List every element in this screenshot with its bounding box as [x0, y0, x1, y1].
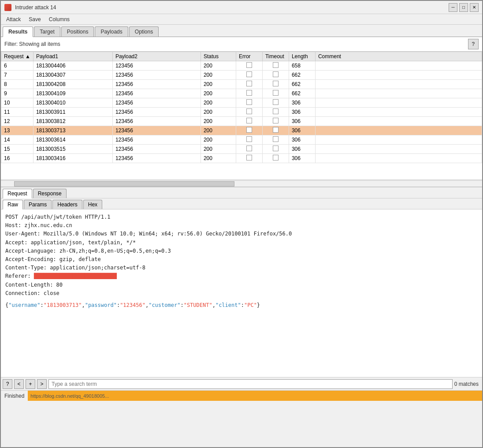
tab-positions[interactable]: Positions [61, 26, 94, 37]
cell-payload1: 1813004109 [33, 89, 112, 98]
cell-error[interactable] [236, 108, 262, 117]
menu-save[interactable]: Save [25, 15, 44, 23]
filter-bar: Filter: Showing all items ? [1, 37, 482, 52]
table-row[interactable]: 91813004109123456200662 [1, 89, 482, 98]
key-customer: "customer" [149, 302, 180, 308]
minimize-button[interactable]: ─ [449, 3, 457, 12]
col-length[interactable]: Length [289, 52, 315, 61]
cell-timeout[interactable] [262, 117, 289, 126]
cell-length: 662 [289, 71, 315, 80]
cell-comment [315, 98, 482, 108]
tab-results[interactable]: Results [3, 26, 33, 37]
cell-timeout[interactable] [262, 80, 289, 89]
table-row[interactable]: 131813003713123456200306 [1, 126, 482, 135]
table-row[interactable]: 81813004208123456200662 [1, 80, 482, 89]
cell-comment [315, 145, 482, 154]
cell-error[interactable] [236, 126, 262, 135]
tab-payloads[interactable]: Payloads [95, 26, 128, 37]
cell-timeout[interactable] [262, 89, 289, 98]
app-icon [4, 4, 11, 11]
table-row[interactable]: 161813003416123456200306 [1, 154, 482, 163]
connection-line: Connection: close [5, 289, 478, 298]
cell-timeout[interactable] [262, 61, 289, 71]
col-status[interactable]: Status [201, 52, 236, 61]
cell-timeout[interactable] [262, 71, 289, 80]
cell-timeout[interactable] [262, 108, 289, 117]
col-timeout[interactable]: Timeout [262, 52, 289, 61]
col-request[interactable]: Request ▲ [1, 52, 33, 61]
tab-response[interactable]: Response [33, 189, 67, 198]
col-error[interactable]: Error [236, 52, 262, 61]
close-button[interactable]: ✕ [470, 3, 479, 12]
table-row[interactable]: 61813004406123456200658 [1, 61, 482, 71]
cell-error[interactable] [236, 71, 262, 80]
cell-comment [315, 71, 482, 80]
table-row[interactable]: 141813003614123456200306 [1, 135, 482, 145]
menu-columns[interactable]: Columns [45, 15, 73, 23]
cell-error[interactable] [236, 145, 262, 154]
menu-attack[interactable]: Attack [3, 15, 24, 23]
status-bar: Finished https://blog.csdn.net/qq_490180… [1, 390, 482, 401]
sub-tab-bar: Raw Params Headers Hex [1, 198, 482, 209]
col-payload1[interactable]: Payload1 [33, 52, 112, 61]
cell-payload2: 123456 [112, 154, 201, 163]
prev-button[interactable]: < [14, 379, 24, 389]
cell-error[interactable] [236, 117, 262, 126]
host-line: Host: zjhx.nuc.edu.cn [5, 221, 478, 230]
cell-error[interactable] [236, 89, 262, 98]
tab-options[interactable]: Options [129, 26, 159, 37]
cell-status: 200 [201, 108, 236, 117]
sub-tab-params[interactable]: Params [24, 200, 52, 209]
cell-payload1: 1813003416 [33, 154, 112, 163]
cell-payload2: 123456 [112, 117, 201, 126]
cell-request: 15 [1, 145, 33, 154]
sub-tab-raw[interactable]: Raw [3, 200, 23, 209]
horizontal-scrollbar[interactable] [1, 179, 482, 187]
cell-payload2: 123456 [112, 98, 201, 108]
cell-timeout[interactable] [262, 126, 289, 135]
tab-request[interactable]: Request [3, 189, 32, 198]
cell-payload1: 1813004010 [33, 98, 112, 108]
cell-comment [315, 126, 482, 135]
help-search-button[interactable]: ? [3, 379, 12, 389]
results-table: Request ▲ Payload1 Payload2 Status Error… [1, 52, 482, 163]
results-table-container[interactable]: Request ▲ Payload1 Payload2 Status Error… [1, 52, 482, 179]
cell-comment [315, 117, 482, 126]
cell-timeout[interactable] [262, 145, 289, 154]
cell-length: 306 [289, 98, 315, 108]
maximize-button[interactable]: □ [459, 3, 468, 12]
cell-payload2: 123456 [112, 71, 201, 80]
sub-tab-headers[interactable]: Headers [52, 200, 82, 209]
table-row[interactable]: 101813004010123456200306 [1, 98, 482, 108]
cell-comment [315, 135, 482, 145]
cell-payload1: 1813004406 [33, 61, 112, 71]
cell-error[interactable] [236, 61, 262, 71]
help-button[interactable]: ? [468, 39, 479, 49]
search-input[interactable] [48, 379, 453, 389]
tab-target[interactable]: Target [34, 26, 60, 37]
cell-error[interactable] [236, 80, 262, 89]
cell-length: 662 [289, 89, 315, 98]
cell-request: 13 [1, 126, 33, 135]
table-row[interactable]: 151813003515123456200306 [1, 145, 482, 154]
cell-error[interactable] [236, 98, 262, 108]
forward-button[interactable]: > [37, 379, 47, 389]
sub-tab-hex[interactable]: Hex [83, 200, 102, 209]
table-row[interactable]: 71813004307123456200662 [1, 71, 482, 80]
cell-timeout[interactable] [262, 98, 289, 108]
cell-timeout[interactable] [262, 135, 289, 145]
table-row[interactable]: 121813003812123456200306 [1, 117, 482, 126]
cell-error[interactable] [236, 135, 262, 145]
cell-timeout[interactable] [262, 154, 289, 163]
cell-payload2: 123456 [112, 145, 201, 154]
status-url: https://blog.csdn.net/qq_49018005... [28, 391, 482, 401]
cell-request: 12 [1, 117, 33, 126]
cell-length: 662 [289, 80, 315, 89]
next-button[interactable]: + [26, 379, 35, 389]
detail-pane: Request Response Raw Params Headers Hex … [1, 187, 482, 377]
table-row[interactable]: 111813003911123456200306 [1, 108, 482, 117]
cell-error[interactable] [236, 154, 262, 163]
col-payload2[interactable]: Payload2 [112, 52, 201, 61]
accept-line: Accept: application/json, text/plain, */… [5, 239, 478, 247]
col-comment[interactable]: Comment [315, 52, 482, 61]
